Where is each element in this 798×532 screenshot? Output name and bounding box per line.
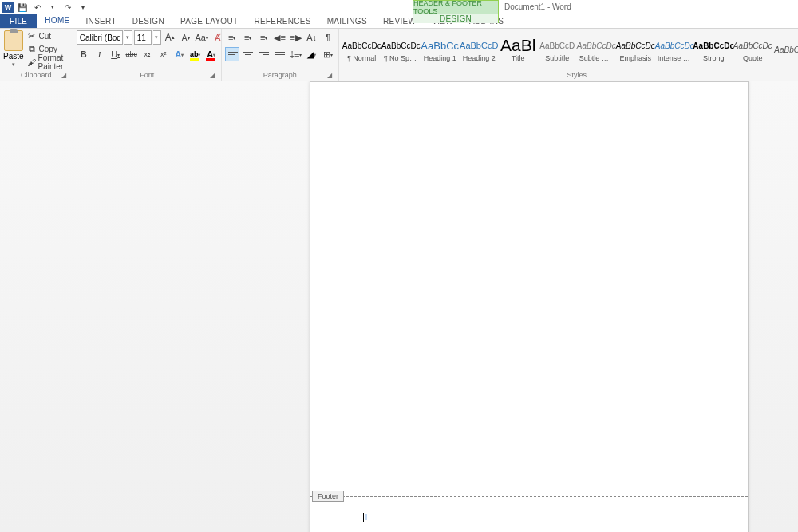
save-icon[interactable]: 💾 — [16, 1, 29, 14]
paragraph-group-label: Paragraph — [263, 71, 297, 79]
font-size-input[interactable] — [134, 30, 152, 45]
tab-design[interactable]: DESIGN — [124, 14, 172, 28]
tab-contextual-design[interactable]: DESIGN — [413, 14, 499, 23]
undo-dropdown-icon[interactable]: ▾ — [46, 1, 59, 14]
font-name-input[interactable] — [77, 30, 123, 45]
highlight-button[interactable]: ab▾ — [188, 47, 203, 61]
multilevel-list-button[interactable]: ≡▾ — [257, 30, 271, 45]
footer-tab-label: Footer — [312, 491, 344, 502]
style-preview: AaBbCcDc — [577, 37, 616, 54]
change-case-button[interactable]: Aa▾ — [195, 30, 209, 45]
format-painter-button[interactable]: 🖌Format Painter — [26, 56, 69, 68]
style-preview: AaBbCcDc — [693, 37, 734, 54]
numbering-button[interactable]: ≡▾ — [241, 30, 255, 45]
tab-file[interactable]: FILE — [0, 14, 37, 28]
font-name-dropdown-icon[interactable]: ▾ — [124, 30, 132, 45]
style-item-7[interactable]: AaBbCcDcEmphasis — [616, 30, 655, 69]
style-name: Heading 1 — [423, 54, 457, 62]
font-color-button[interactable]: A▾ — [204, 47, 219, 61]
line-spacing-button[interactable]: ‡≡▾ — [289, 47, 303, 61]
font-group-label: Font — [140, 71, 154, 79]
clipboard-launcher-icon[interactable]: ◢ — [60, 72, 68, 80]
qat-customize-icon[interactable]: ▾ — [77, 1, 89, 14]
style-preview: AaBbCcDc — [381, 37, 421, 54]
style-name: Emphasis — [618, 54, 653, 62]
footer-divider — [310, 496, 748, 497]
style-item-4[interactable]: AaBlTitle — [499, 30, 538, 69]
style-preview: AaBbCcDc — [616, 37, 655, 54]
style-name: Heading 2 — [462, 54, 496, 62]
tab-mailings[interactable]: MAILINGS — [319, 14, 375, 28]
underline-button[interactable]: U▾ — [109, 47, 123, 61]
redo-icon[interactable]: ↷ — [61, 1, 74, 14]
format-painter-label: Format Painter — [38, 53, 68, 71]
paste-dropdown-icon[interactable]: ▾ — [12, 61, 15, 68]
cut-icon: ✂ — [27, 32, 37, 41]
cut-label: Cut — [39, 32, 52, 41]
grow-font-button[interactable]: A▴ — [163, 30, 177, 45]
superscript-button[interactable]: x² — [156, 47, 171, 61]
style-preview: AaBbCc — [421, 37, 459, 54]
style-item-11[interactable]: AaBbCcD — [772, 30, 798, 69]
style-name: ¶ Normal — [345, 54, 379, 62]
styles-group-label: Styles — [567, 71, 587, 79]
text-effects-button[interactable]: A▾ — [172, 47, 187, 61]
paste-icon — [4, 30, 23, 51]
style-item-8[interactable]: AaBbCcDcIntense E... — [655, 30, 694, 69]
page[interactable]: Footer — [310, 81, 749, 532]
font-launcher-icon[interactable]: ◢ — [208, 72, 216, 80]
subscript-button[interactable]: x₂ — [140, 47, 155, 61]
borders-button[interactable]: ⊞▾ — [321, 47, 335, 61]
bold-button[interactable]: B — [77, 47, 91, 61]
tab-home[interactable]: HOME — [37, 14, 77, 28]
clipboard-group-label: Clipboard — [21, 71, 52, 79]
text-cursor — [363, 513, 364, 522]
align-center-button[interactable] — [241, 47, 255, 61]
bullets-button[interactable]: ≡▾ — [225, 30, 239, 45]
italic-button[interactable]: I — [93, 47, 107, 61]
document-title: Document1 - Word — [504, 0, 571, 14]
style-item-2[interactable]: AaBbCcHeading 1 — [421, 30, 460, 69]
align-right-button[interactable] — [257, 47, 271, 61]
style-item-6[interactable]: AaBbCcDcSubtle Em... — [577, 30, 616, 69]
style-name: Title — [501, 54, 535, 62]
font-size-dropdown-icon[interactable]: ▾ — [153, 30, 161, 45]
paste-button[interactable]: Paste ▾ — [3, 30, 24, 68]
style-item-1[interactable]: AaBbCcDc¶ No Spac... — [381, 30, 421, 69]
shrink-font-button[interactable]: A▾ — [179, 30, 193, 45]
tab-references[interactable]: REFERENCES — [246, 14, 318, 28]
paragraph-launcher-icon[interactable]: ◢ — [326, 72, 334, 80]
style-preview: AaBbCcDc — [342, 37, 381, 54]
cut-button[interactable]: ✂Cut — [26, 30, 69, 42]
copy-icon: ⧉ — [27, 45, 37, 54]
style-item-9[interactable]: AaBbCcDcStrong — [694, 30, 733, 69]
justify-button[interactable] — [273, 47, 287, 61]
contextual-tools-label: HEADER & FOOTER TOOLS — [413, 0, 499, 14]
style-preview: AaBbCcD — [460, 37, 498, 54]
decrease-indent-button[interactable]: ◀≡ — [273, 30, 287, 45]
align-left-button[interactable] — [225, 47, 239, 61]
style-item-3[interactable]: AaBbCcDHeading 2 — [460, 30, 499, 69]
sort-button[interactable]: A↓ — [305, 30, 319, 45]
style-preview: AaBbCcD — [539, 37, 575, 54]
document-workspace: Footer — [0, 81, 798, 532]
undo-icon[interactable]: ↶ — [31, 1, 44, 14]
style-item-10[interactable]: AaBbCcDcQuote — [733, 30, 772, 69]
tab-insert[interactable]: INSERT — [78, 14, 124, 28]
tab-page-layout[interactable]: PAGE LAYOUT — [172, 14, 246, 28]
copy-label: Copy — [39, 45, 57, 53]
strikethrough-button[interactable]: abc — [124, 47, 139, 61]
paste-label: Paste — [3, 52, 24, 61]
style-preview: AaBbCcDc — [655, 37, 694, 54]
style-preview: AaBbCcDc — [733, 37, 772, 54]
style-item-0[interactable]: AaBbCcDc¶ Normal — [342, 30, 381, 69]
shading-button[interactable]: ◢▾ — [305, 47, 319, 61]
style-name: Intense E... — [658, 54, 692, 62]
show-hide-button[interactable]: ¶ — [321, 30, 335, 45]
increase-indent-button[interactable]: ≡▶ — [289, 30, 303, 45]
style-preview: AaBbCcD — [774, 41, 798, 58]
style-name: Strong — [697, 54, 731, 62]
format-painter-icon: 🖌 — [27, 57, 36, 67]
style-item-5[interactable]: AaBbCcDSubtitle — [538, 30, 577, 69]
style-name: Quote — [736, 54, 770, 62]
